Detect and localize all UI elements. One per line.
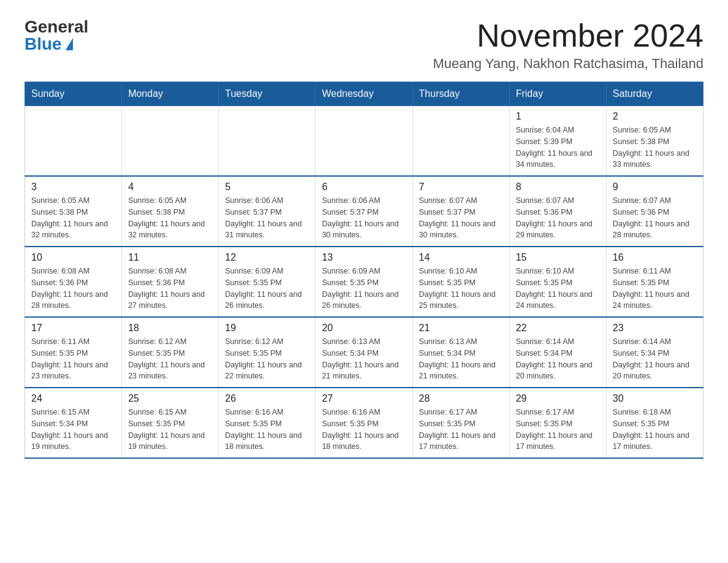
day-number: 10 <box>31 252 115 263</box>
day-number: 19 <box>225 323 309 334</box>
day-cell: 14Sunrise: 6:10 AMSunset: 5:35 PMDayligh… <box>412 247 509 317</box>
day-number: 2 <box>613 111 697 122</box>
day-number: 5 <box>225 182 309 193</box>
day-cell: 13Sunrise: 6:09 AMSunset: 5:35 PMDayligh… <box>316 247 412 317</box>
day-info: Sunrise: 6:12 AMSunset: 5:35 PMDaylight:… <box>225 336 309 382</box>
day-cell: 27Sunrise: 6:16 AMSunset: 5:35 PMDayligh… <box>316 388 412 458</box>
day-cell <box>316 106 412 177</box>
day-cell: 7Sunrise: 6:07 AMSunset: 5:37 PMDaylight… <box>412 176 509 247</box>
header-cell-thursday: Thursday <box>412 82 509 106</box>
day-info: Sunrise: 6:14 AMSunset: 5:34 PMDaylight:… <box>613 336 697 382</box>
calendar-table: SundayMondayTuesdayWednesdayThursdayFrid… <box>25 82 703 459</box>
day-cell: 23Sunrise: 6:14 AMSunset: 5:34 PMDayligh… <box>606 317 703 388</box>
day-cell: 4Sunrise: 6:05 AMSunset: 5:38 PMDaylight… <box>122 176 219 247</box>
day-info: Sunrise: 6:17 AMSunset: 5:35 PMDaylight:… <box>419 407 503 453</box>
day-info: Sunrise: 6:04 AMSunset: 5:39 PMDaylight:… <box>516 124 600 170</box>
header-row: SundayMondayTuesdayWednesdayThursdayFrid… <box>25 82 703 106</box>
day-cell: 28Sunrise: 6:17 AMSunset: 5:35 PMDayligh… <box>412 388 509 458</box>
week-row-4: 17Sunrise: 6:11 AMSunset: 5:35 PMDayligh… <box>25 317 703 388</box>
day-number: 1 <box>516 111 600 122</box>
calendar-body: 1Sunrise: 6:04 AMSunset: 5:39 PMDaylight… <box>25 106 703 459</box>
day-number: 28 <box>419 393 503 404</box>
day-info: Sunrise: 6:11 AMSunset: 5:35 PMDaylight:… <box>31 336 115 382</box>
day-cell: 29Sunrise: 6:17 AMSunset: 5:35 PMDayligh… <box>509 388 606 458</box>
day-info: Sunrise: 6:07 AMSunset: 5:37 PMDaylight:… <box>419 195 503 241</box>
header-cell-monday: Monday <box>122 82 219 106</box>
day-number: 11 <box>128 252 212 263</box>
day-number: 14 <box>419 252 503 263</box>
title-area: November 2024 Mueang Yang, Nakhon Ratcha… <box>433 18 703 72</box>
day-number: 27 <box>322 393 406 404</box>
day-cell: 11Sunrise: 6:08 AMSunset: 5:36 PMDayligh… <box>122 247 219 317</box>
day-info: Sunrise: 6:17 AMSunset: 5:35 PMDaylight:… <box>516 407 600 453</box>
day-cell: 18Sunrise: 6:12 AMSunset: 5:35 PMDayligh… <box>122 317 219 388</box>
day-number: 23 <box>613 323 697 334</box>
day-number: 3 <box>31 182 115 193</box>
day-cell: 12Sunrise: 6:09 AMSunset: 5:35 PMDayligh… <box>219 247 316 317</box>
week-row-3: 10Sunrise: 6:08 AMSunset: 5:36 PMDayligh… <box>25 247 703 317</box>
day-info: Sunrise: 6:05 AMSunset: 5:38 PMDaylight:… <box>128 195 212 241</box>
logo-triangle-icon <box>66 38 73 50</box>
location-subtitle: Mueang Yang, Nakhon Ratchasima, Thailand <box>433 56 703 72</box>
day-number: 22 <box>516 323 600 334</box>
day-cell: 17Sunrise: 6:11 AMSunset: 5:35 PMDayligh… <box>25 317 122 388</box>
day-cell: 25Sunrise: 6:15 AMSunset: 5:35 PMDayligh… <box>122 388 219 458</box>
logo: General Blue <box>25 18 88 53</box>
week-row-1: 1Sunrise: 6:04 AMSunset: 5:39 PMDaylight… <box>25 106 703 177</box>
day-number: 24 <box>31 393 115 404</box>
week-row-5: 24Sunrise: 6:15 AMSunset: 5:34 PMDayligh… <box>25 388 703 458</box>
header-cell-wednesday: Wednesday <box>316 82 412 106</box>
day-cell: 1Sunrise: 6:04 AMSunset: 5:39 PMDaylight… <box>509 106 606 177</box>
day-cell: 16Sunrise: 6:11 AMSunset: 5:35 PMDayligh… <box>606 247 703 317</box>
day-info: Sunrise: 6:16 AMSunset: 5:35 PMDaylight:… <box>322 407 406 453</box>
day-info: Sunrise: 6:07 AMSunset: 5:36 PMDaylight:… <box>516 195 600 241</box>
logo-general-text: General <box>25 18 88 36</box>
logo-blue-text: Blue <box>25 36 73 53</box>
day-number: 9 <box>613 182 697 193</box>
day-cell: 3Sunrise: 6:05 AMSunset: 5:38 PMDaylight… <box>25 176 122 247</box>
day-info: Sunrise: 6:12 AMSunset: 5:35 PMDaylight:… <box>128 336 212 382</box>
header-cell-saturday: Saturday <box>606 82 703 106</box>
day-cell: 24Sunrise: 6:15 AMSunset: 5:34 PMDayligh… <box>25 388 122 458</box>
day-number: 17 <box>31 323 115 334</box>
day-info: Sunrise: 6:15 AMSunset: 5:34 PMDaylight:… <box>31 407 115 453</box>
day-number: 15 <box>516 252 600 263</box>
day-info: Sunrise: 6:16 AMSunset: 5:35 PMDaylight:… <box>225 407 309 453</box>
day-info: Sunrise: 6:07 AMSunset: 5:36 PMDaylight:… <box>613 195 697 241</box>
day-cell <box>122 106 219 177</box>
day-info: Sunrise: 6:18 AMSunset: 5:35 PMDaylight:… <box>613 407 697 453</box>
day-info: Sunrise: 6:15 AMSunset: 5:35 PMDaylight:… <box>128 407 212 453</box>
day-cell: 8Sunrise: 6:07 AMSunset: 5:36 PMDaylight… <box>509 176 606 247</box>
day-number: 25 <box>128 393 212 404</box>
day-number: 29 <box>516 393 600 404</box>
day-info: Sunrise: 6:11 AMSunset: 5:35 PMDaylight:… <box>613 266 697 312</box>
day-number: 12 <box>225 252 309 263</box>
day-number: 6 <box>322 182 406 193</box>
day-cell: 26Sunrise: 6:16 AMSunset: 5:35 PMDayligh… <box>219 388 316 458</box>
day-info: Sunrise: 6:06 AMSunset: 5:37 PMDaylight:… <box>225 195 309 241</box>
day-cell: 20Sunrise: 6:13 AMSunset: 5:34 PMDayligh… <box>316 317 412 388</box>
day-cell: 10Sunrise: 6:08 AMSunset: 5:36 PMDayligh… <box>25 247 122 317</box>
header-cell-tuesday: Tuesday <box>219 82 316 106</box>
day-info: Sunrise: 6:05 AMSunset: 5:38 PMDaylight:… <box>31 195 115 241</box>
day-number: 16 <box>613 252 697 263</box>
calendar-header: SundayMondayTuesdayWednesdayThursdayFrid… <box>25 82 703 106</box>
day-number: 8 <box>516 182 600 193</box>
day-number: 7 <box>419 182 503 193</box>
day-cell: 21Sunrise: 6:13 AMSunset: 5:34 PMDayligh… <box>412 317 509 388</box>
day-number: 20 <box>322 323 406 334</box>
day-info: Sunrise: 6:14 AMSunset: 5:34 PMDaylight:… <box>516 336 600 382</box>
day-cell: 6Sunrise: 6:06 AMSunset: 5:37 PMDaylight… <box>316 176 412 247</box>
day-cell <box>25 106 122 177</box>
page-title: November 2024 <box>433 18 703 53</box>
header: General Blue November 2024 Mueang Yang, … <box>25 18 703 72</box>
day-cell: 5Sunrise: 6:06 AMSunset: 5:37 PMDaylight… <box>219 176 316 247</box>
day-cell: 22Sunrise: 6:14 AMSunset: 5:34 PMDayligh… <box>509 317 606 388</box>
day-info: Sunrise: 6:09 AMSunset: 5:35 PMDaylight:… <box>322 266 406 312</box>
day-cell <box>412 106 509 177</box>
day-info: Sunrise: 6:08 AMSunset: 5:36 PMDaylight:… <box>31 266 115 312</box>
day-info: Sunrise: 6:06 AMSunset: 5:37 PMDaylight:… <box>322 195 406 241</box>
day-cell: 19Sunrise: 6:12 AMSunset: 5:35 PMDayligh… <box>219 317 316 388</box>
day-cell: 30Sunrise: 6:18 AMSunset: 5:35 PMDayligh… <box>606 388 703 458</box>
header-cell-sunday: Sunday <box>25 82 122 106</box>
